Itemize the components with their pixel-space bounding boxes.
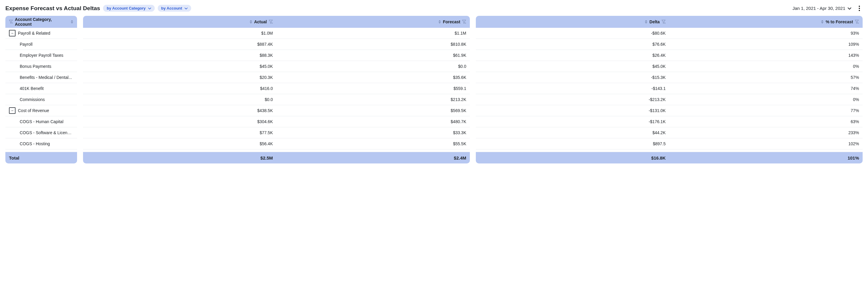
- date-range-label: Jan 1, 2021 - Apr 30, 2021: [793, 6, 845, 11]
- date-range-picker[interactable]: Jan 1, 2021 - Apr 30, 2021: [793, 6, 851, 11]
- total-label: Total: [5, 152, 77, 163]
- report-table: Account Category, Account −Payroll & Rel…: [5, 16, 863, 163]
- group-label: −Cost of Revenue: [5, 107, 77, 114]
- cell-delta: -$213.2K: [476, 97, 670, 102]
- chevron-down-icon: [185, 7, 188, 10]
- cell-delta: $44.2K: [476, 130, 670, 135]
- table-row: $88.3K$61.9K: [83, 50, 470, 61]
- filter-pill-category[interactable]: by Account Category: [103, 5, 154, 12]
- row-label-text: Benefits - Medical / Dental...: [20, 75, 72, 80]
- row-label-text: Payroll & Related: [18, 31, 50, 36]
- sort-icon: [645, 20, 648, 24]
- table-row: -$15.3K57%: [476, 72, 863, 83]
- cell-pct-forecast: 77%: [670, 108, 863, 113]
- col-actual-forecast: Actual Forecast $1.0M$1.1M$887.4K$810.8K…: [83, 16, 470, 163]
- table-row: $1.0M$1.1M: [83, 28, 470, 39]
- cell-delta: -$143.1: [476, 86, 670, 91]
- cell-forecast: $569.5K: [277, 108, 470, 113]
- page-title: Expense Forecast vs Actual Deltas: [5, 5, 100, 12]
- item-label: COGS - Human Capital: [5, 119, 77, 124]
- cell-actual: $20.3K: [83, 75, 277, 80]
- header-labels[interactable]: Account Category, Account: [5, 16, 77, 28]
- header-pct-forecast[interactable]: % to Forecast: [670, 16, 863, 28]
- row-label-text: COGS - Software & Licenses: [20, 130, 73, 135]
- total-pct: 101%: [670, 152, 863, 163]
- row-label-text: COGS - Hosting: [20, 141, 50, 146]
- cell-delta: $76.6K: [476, 42, 670, 47]
- table-row: $44.2K233%: [476, 127, 863, 139]
- cell-actual: $304.6K: [83, 119, 277, 124]
- table-row: Commissions: [5, 94, 77, 105]
- table-row: COGS - Human Capital: [5, 116, 77, 127]
- header-delta[interactable]: Delta: [476, 16, 670, 28]
- table-row: COGS - Hosting: [5, 139, 77, 149]
- col-delta-pct: Delta % to Forecast -$80.6K93%$76.6K109%…: [476, 16, 863, 163]
- table-row: $887.4K$810.8K: [83, 39, 470, 50]
- item-label: Employer Payroll Taxes: [5, 53, 77, 58]
- header-forecast-text: Forecast: [443, 20, 460, 24]
- table-row: $56.4K$55.5K: [83, 139, 470, 149]
- cell-actual: $887.4K: [83, 42, 277, 47]
- col-labels: Account Category, Account −Payroll & Rel…: [5, 16, 77, 163]
- cell-pct-forecast: 143%: [670, 53, 863, 58]
- cell-forecast: $61.9K: [277, 53, 470, 58]
- table-row: $438.5K$569.5K: [83, 105, 470, 116]
- filter-pill-account[interactable]: by Account: [158, 5, 191, 12]
- item-label: COGS - Hosting: [5, 141, 77, 146]
- row-label-text: COGS - Human Capital: [20, 119, 63, 124]
- cell-delta: $26.4K: [476, 53, 670, 58]
- row-label-text: Commissions: [20, 97, 45, 102]
- cell-forecast: $213.2K: [277, 97, 470, 102]
- table-row: $20.3K$35.6K: [83, 72, 470, 83]
- cell-actual: $88.3K: [83, 53, 277, 58]
- item-label: Bonus Payments: [5, 64, 77, 69]
- table-row: Benefits - Medical / Dental...: [5, 72, 77, 83]
- table-row: $45.0K$0.0: [83, 61, 470, 72]
- cell-forecast: $1.1M: [277, 31, 470, 36]
- sort-icon: [438, 20, 441, 24]
- cell-forecast: $480.7K: [277, 119, 470, 124]
- table-row: Payroll: [5, 39, 77, 50]
- item-label: COGS - Software & Licenses: [5, 130, 77, 135]
- cell-actual: $0.0: [83, 97, 277, 102]
- cell-delta: -$131.0K: [476, 108, 670, 113]
- sort-icon: [249, 20, 252, 24]
- cell-delta: $45.0K: [476, 64, 670, 69]
- cell-actual: $56.4K: [83, 141, 277, 146]
- total-actual: $2.5M: [83, 152, 277, 163]
- header-forecast[interactable]: Forecast: [277, 16, 470, 28]
- cell-pct-forecast: 0%: [670, 97, 863, 102]
- cell-pct-forecast: 57%: [670, 75, 863, 80]
- header-pct-forecast-text: % to Forecast: [826, 20, 853, 24]
- header-labels-text: Account Category, Account: [15, 17, 69, 27]
- cell-forecast: $559.1: [277, 86, 470, 91]
- table-row: -$143.174%: [476, 83, 863, 94]
- item-label: Payroll: [5, 42, 77, 47]
- sort-icon: [821, 20, 824, 24]
- table-row: COGS - Software & Licenses: [5, 127, 77, 139]
- filter-icon: [269, 20, 273, 24]
- collapse-toggle[interactable]: −: [9, 107, 16, 114]
- collapse-toggle[interactable]: −: [9, 30, 16, 36]
- total-delta: $16.8K: [476, 152, 670, 163]
- table-row: Employer Payroll Taxes: [5, 50, 77, 61]
- row-label-text: Cost of Revenue: [18, 108, 49, 113]
- table-row: Bonus Payments: [5, 61, 77, 72]
- row-label-text: Payroll: [20, 42, 33, 47]
- filter-pill-account-label: by Account: [161, 6, 182, 10]
- cell-actual: $45.0K: [83, 64, 277, 69]
- cell-pct-forecast: 0%: [670, 64, 863, 69]
- more-options-button[interactable]: [856, 5, 863, 12]
- table-row: $76.6K109%: [476, 39, 863, 50]
- cell-forecast: $35.6K: [277, 75, 470, 80]
- row-label-text: Employer Payroll Taxes: [20, 53, 63, 58]
- cell-forecast: $55.5K: [277, 141, 470, 146]
- title-bar: Expense Forecast vs Actual Deltas by Acc…: [5, 5, 863, 12]
- table-row: $26.4K143%: [476, 50, 863, 61]
- header-actual-text: Actual: [254, 20, 267, 24]
- header-actual[interactable]: Actual: [83, 16, 277, 28]
- cell-delta: $897.5: [476, 141, 670, 146]
- cell-actual: $1.0M: [83, 31, 277, 36]
- cell-forecast: $0.0: [277, 64, 470, 69]
- chevron-down-icon: [848, 7, 851, 10]
